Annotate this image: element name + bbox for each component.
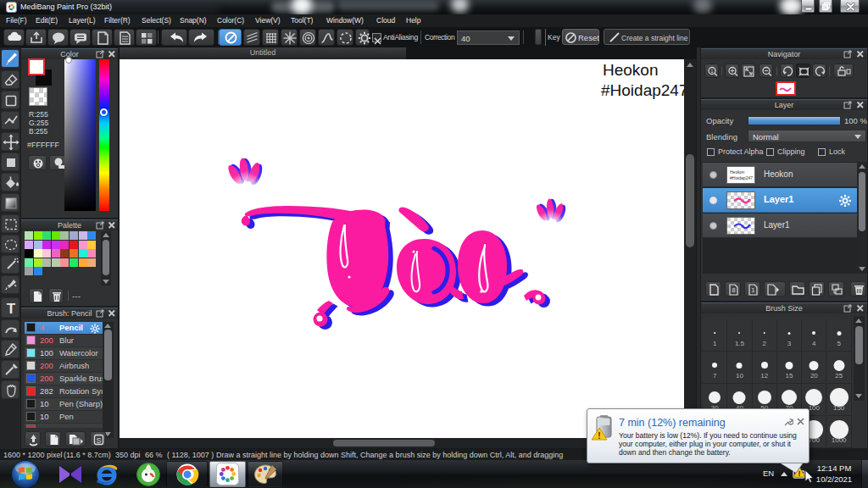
svg-text:!: !	[598, 431, 600, 441]
svg-text:1: 1	[751, 286, 755, 294]
svg-text:1: 1	[710, 69, 714, 74]
svg-text:T: T	[7, 301, 16, 317]
svg-text:S: S	[96, 436, 101, 445]
svg-text:8: 8	[732, 286, 736, 294]
